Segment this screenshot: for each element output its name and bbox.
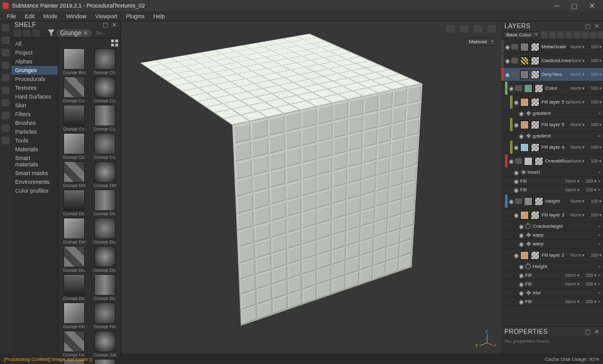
layer-row[interactable]: ◉Fill layer 4Norm ▾100 ▾ bbox=[501, 141, 603, 154]
mask-swatch[interactable] bbox=[531, 98, 540, 107]
shelf-thumb[interactable]: Grunge Dir... bbox=[90, 190, 119, 216]
layer-row[interactable]: ◉❖blur× bbox=[501, 289, 603, 297]
mask-swatch[interactable] bbox=[535, 197, 543, 206]
filter-tag[interactable]: Grunge✕ bbox=[57, 29, 92, 37]
opacity[interactable]: 100 ▾ bbox=[587, 86, 602, 91]
opacity[interactable]: 100 ▾ bbox=[587, 159, 602, 164]
blend-mode[interactable]: Norm ▾ bbox=[570, 253, 585, 258]
blend-mode[interactable]: Norm ▾ bbox=[570, 72, 585, 77]
shelf-thumb[interactable]: Grunge Dirt... bbox=[90, 161, 119, 188]
add-mask-icon[interactable] bbox=[573, 31, 580, 38]
close-panel-icon[interactable]: ✕ bbox=[594, 328, 600, 335]
shelf-thumb[interactable]: Grunge Co... bbox=[60, 105, 89, 131]
eraser-tool-icon[interactable] bbox=[2, 36, 9, 44]
visibility-toggle[interactable]: ◉ bbox=[518, 110, 525, 117]
shelf-cat-materials[interactable]: Materials bbox=[11, 145, 58, 154]
shelf-thumb[interactable]: Grunge Co... bbox=[60, 77, 89, 103]
opacity[interactable]: 100 ▾ bbox=[587, 145, 602, 150]
blend-mode[interactable]: Norm ▾ bbox=[570, 122, 585, 127]
shelf-cat-hard-surfaces[interactable]: Hard Surfaces bbox=[11, 92, 58, 101]
remove-effect[interactable]: × bbox=[597, 187, 602, 193]
opacity[interactable]: 100 ▾ bbox=[587, 58, 602, 63]
quick-mask-icon[interactable] bbox=[2, 112, 9, 119]
shelf-thumb[interactable]: Grunge Gal... bbox=[90, 331, 119, 357]
paint-tool-icon[interactable] bbox=[2, 24, 9, 31]
mask-swatch[interactable] bbox=[531, 120, 540, 129]
visibility-toggle[interactable]: ◉ bbox=[518, 299, 525, 305]
visibility-toggle[interactable]: ◉ bbox=[518, 290, 525, 296]
shelf-cat-color-profiles[interactable]: Color profiles bbox=[11, 186, 58, 195]
layer-row[interactable]: ◉ColorNorm ▾100 ▾ bbox=[501, 82, 603, 95]
remove-effect[interactable]: × bbox=[597, 290, 602, 296]
delete-layer-icon[interactable] bbox=[598, 31, 603, 38]
menu-mode[interactable]: Mode bbox=[39, 13, 62, 19]
filter-icon[interactable] bbox=[48, 29, 55, 36]
shelf-cat-project[interactable]: Project bbox=[11, 48, 58, 57]
remove-effect[interactable]: × bbox=[597, 178, 602, 184]
shelf-thumb[interactable]: Grunge Fin... bbox=[90, 302, 119, 329]
blend-mode[interactable]: Norm ▾ bbox=[570, 86, 585, 91]
layer-row[interactable]: ◉HeightNorm ▾100 ▾ bbox=[501, 195, 603, 208]
visibility-toggle[interactable]: ◉ bbox=[513, 144, 520, 151]
layer-row[interactable]: ◉❖invert× bbox=[501, 168, 603, 177]
shelf-thumb[interactable]: Grunge Bru... bbox=[60, 48, 89, 75]
remove-effect[interactable]: × bbox=[597, 264, 602, 269]
channel-select[interactable]: Base Color bbox=[503, 31, 540, 38]
blend-mode[interactable]: Norm ▾ bbox=[570, 45, 585, 50]
remove-effect[interactable]: × bbox=[597, 133, 602, 139]
mask-swatch[interactable] bbox=[535, 84, 543, 93]
shelf-thumb[interactable]: Grunge Co... bbox=[90, 77, 119, 103]
baking-icon[interactable] bbox=[2, 124, 9, 132]
opacity[interactable]: 100 ▾ bbox=[587, 72, 602, 77]
grid-view-icon[interactable] bbox=[111, 40, 118, 46]
blend-mode[interactable]: Norm ▾ bbox=[565, 179, 580, 184]
visibility-toggle[interactable]: ◉ bbox=[518, 241, 525, 247]
minimize-button[interactable]: ─ bbox=[548, 1, 565, 11]
layer-row[interactable]: ◉❖warp× bbox=[501, 240, 603, 249]
opacity[interactable]: 100 ▾ bbox=[582, 299, 597, 304]
remove-effect[interactable]: × bbox=[597, 272, 602, 278]
shelf-thumb[interactable]: Grunge Dirt... bbox=[60, 218, 89, 244]
menu-help[interactable]: Help bbox=[149, 13, 170, 19]
opacity[interactable]: 100 ▾ bbox=[582, 179, 597, 184]
menu-file[interactable]: File bbox=[3, 13, 21, 19]
camera-icon[interactable] bbox=[487, 25, 496, 33]
shelf-thumb[interactable]: Grunge Ge... bbox=[90, 359, 119, 364]
shelf-cat-alphas[interactable]: Alphas bbox=[11, 57, 58, 66]
add-fill-layer-icon[interactable] bbox=[541, 31, 548, 38]
shelf-thumb[interactable]: Grunge Du... bbox=[60, 246, 89, 272]
remove-effect[interactable]: × bbox=[597, 232, 602, 238]
shelf-import-icon[interactable] bbox=[23, 29, 31, 37]
shelf-thumb[interactable]: Grunge Co... bbox=[60, 133, 89, 159]
shelf-thumb[interactable]: Grunge Du... bbox=[90, 246, 119, 272]
layer-row[interactable]: ◉OverallRoughnessNorm ▾100 ▾ bbox=[501, 154, 603, 168]
shelf-cat-textures[interactable]: Textures bbox=[11, 83, 58, 92]
visibility-toggle[interactable]: ◉ bbox=[518, 272, 525, 279]
layer-row[interactable]: ◉FillNorm ▾100 ▾× bbox=[501, 177, 603, 186]
shelf-cat-skin[interactable]: Skin bbox=[11, 101, 58, 110]
layer-row[interactable]: ◉FillNorm ▾100 ▾× bbox=[501, 186, 603, 195]
menu-viewport[interactable]: Viewport bbox=[91, 13, 122, 19]
visibility-toggle[interactable]: ◉ bbox=[513, 187, 520, 193]
shelf-cat-environments[interactable]: Environments bbox=[11, 178, 58, 186]
opacity[interactable]: 100 ▾ bbox=[582, 273, 597, 278]
visibility-toggle[interactable]: ◉ bbox=[504, 58, 511, 64]
opacity[interactable]: 100 ▾ bbox=[587, 45, 602, 50]
mask-swatch[interactable] bbox=[531, 251, 540, 260]
texture-set-select[interactable]: Material bbox=[465, 38, 496, 46]
remove-effect[interactable]: × bbox=[597, 241, 602, 247]
shelf-search[interactable]: Se... bbox=[94, 30, 118, 36]
visibility-toggle[interactable]: ◉ bbox=[513, 169, 520, 176]
visibility-toggle[interactable]: ◉ bbox=[508, 198, 515, 205]
layer-row[interactable]: ◉Fill layer 5Norm ▾100 ▾ bbox=[501, 118, 603, 132]
menu-plugins[interactable]: Plugins bbox=[121, 13, 149, 19]
visibility-toggle[interactable]: ◉ bbox=[518, 133, 525, 139]
close-panel-icon[interactable]: ✕ bbox=[594, 23, 600, 29]
shelf-thumb[interactable]: Grunge Du... bbox=[90, 274, 119, 301]
fill-tool-icon[interactable] bbox=[2, 62, 9, 69]
add-effect-icon[interactable] bbox=[582, 31, 589, 38]
layer-row[interactable]: ◉MetalGrateNorm ▾100 ▾ bbox=[501, 40, 603, 54]
undock-icon[interactable]: ▢ bbox=[585, 328, 591, 335]
layer-row[interactable]: ◉FillNorm ▾100 ▾× bbox=[501, 297, 603, 306]
mask-swatch[interactable] bbox=[531, 211, 540, 220]
